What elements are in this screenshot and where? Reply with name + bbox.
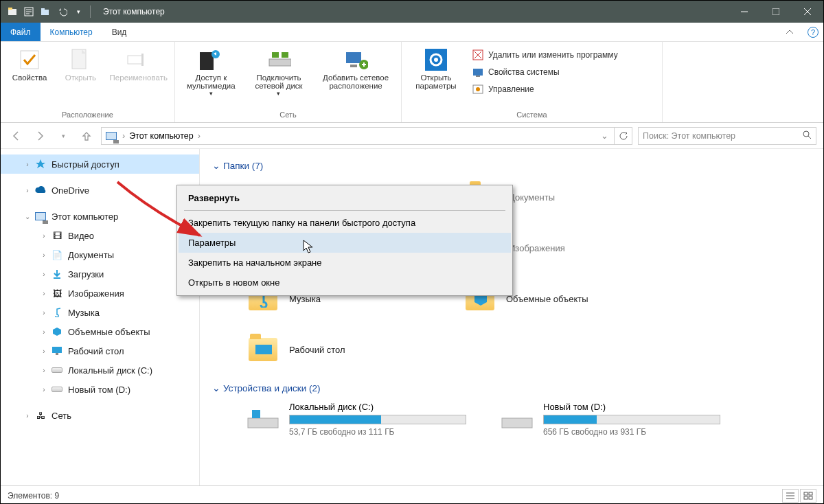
tree-disk-c[interactable]: ›Локальный диск (C:) <box>1 360 199 380</box>
back-button[interactable] <box>8 127 25 145</box>
tab-view[interactable]: Вид <box>102 23 137 41</box>
refresh-button[interactable] <box>615 127 632 145</box>
window-title: Этот компьютер <box>103 7 165 16</box>
svg-rect-34 <box>809 492 812 495</box>
tree-music[interactable]: ›Музыка <box>1 303 199 322</box>
tab-file[interactable]: Файл <box>1 23 41 41</box>
qat-dropdown-icon[interactable]: ▾ <box>71 4 86 19</box>
svg-rect-29 <box>255 345 272 354</box>
chevron-down-icon[interactable]: ⌄ <box>21 213 34 220</box>
drive-icon <box>247 402 279 429</box>
network-icon: 🖧 <box>34 409 47 422</box>
ctx-pin-quick-access[interactable]: Закрепить текущую папку на панели быстро… <box>179 213 511 233</box>
svg-rect-15 <box>346 52 361 63</box>
maximize-button[interactable] <box>760 1 792 23</box>
view-details-button[interactable] <box>782 489 799 503</box>
star-icon <box>34 157 47 171</box>
tree-documents[interactable]: ›📄Документы <box>1 245 199 264</box>
tree-quick-access[interactable]: › Быстрый доступ <box>1 154 199 174</box>
svg-rect-35 <box>804 496 808 499</box>
cursor-icon <box>303 240 314 253</box>
qat-new-folder-icon[interactable] <box>38 4 53 19</box>
tree-pictures[interactable]: ›🖼Изображения <box>1 284 199 303</box>
chevron-down-icon: ⌄ <box>212 160 220 171</box>
help-button[interactable]: ? <box>803 23 823 41</box>
navigation-tree: › Быстрый доступ › OneDrive ⌄ Этот компь… <box>1 149 200 485</box>
chevron-right-icon[interactable]: › <box>21 187 34 194</box>
svg-rect-13 <box>272 52 279 58</box>
breadcrumb-item[interactable]: Этот компьютер <box>126 131 196 141</box>
qat-undo-icon[interactable] <box>54 4 69 19</box>
ctx-open-new-window[interactable]: Открыть в новом окне <box>179 273 511 293</box>
chevron-right-icon[interactable]: › <box>196 131 202 141</box>
uninstall-icon <box>472 49 484 61</box>
properties-button[interactable]: Свойства <box>6 45 53 82</box>
group-label: Сеть <box>181 108 396 122</box>
address-dropdown-icon[interactable]: ⌄ <box>598 130 611 141</box>
chevron-right-icon[interactable]: › <box>21 161 34 168</box>
svg-rect-36 <box>809 496 812 499</box>
section-drives[interactable]: ⌄Устройства и диски (2) <box>212 382 811 393</box>
tree-video[interactable]: ›🎞Видео <box>1 226 199 245</box>
search-icon <box>802 130 812 141</box>
up-button[interactable] <box>78 127 95 145</box>
media-access-button[interactable]: Доступ к мультимедиа ▾ <box>181 45 242 97</box>
section-folders[interactable]: ⌄Папки (7) <box>212 160 811 171</box>
group-label: Система <box>407 108 656 122</box>
ctx-options[interactable]: Параметры <box>179 233 511 253</box>
film-icon: 🎞 <box>50 229 64 242</box>
close-button[interactable] <box>792 1 823 23</box>
breadcrumb[interactable]: › Этот компьютер › ⌄ <box>101 127 615 145</box>
menu-separator <box>184 210 505 211</box>
uninstall-program-button[interactable]: Удалить или изменить программу <box>469 47 621 62</box>
manage-icon <box>472 83 484 95</box>
drive-icon <box>501 402 534 429</box>
chevron-right-icon[interactable]: › <box>121 131 126 141</box>
qat-properties-icon[interactable] <box>21 4 36 19</box>
open-settings-button[interactable]: Открыть параметры <box>407 45 465 90</box>
cloud-icon <box>34 183 47 197</box>
svg-rect-27 <box>52 347 62 353</box>
ribbon-collapse-button[interactable] <box>777 23 803 41</box>
tab-computer[interactable]: Компьютер <box>41 23 102 41</box>
tree-downloads[interactable]: ›Загрузки <box>1 264 199 284</box>
tree-desktop[interactable]: ›Рабочий стол <box>1 341 199 360</box>
drive-icon <box>50 363 64 377</box>
view-icons-button[interactable] <box>800 489 816 503</box>
search-input[interactable]: Поиск: Этот компьютер <box>638 127 816 145</box>
context-menu: Развернуть Закрепить текущую папку на па… <box>176 185 513 296</box>
cube-icon <box>50 325 64 339</box>
open-button: Открыть <box>57 45 104 82</box>
svg-point-25 <box>476 87 480 91</box>
svg-rect-23 <box>476 76 480 77</box>
svg-rect-30 <box>248 418 278 428</box>
document-icon: 📄 <box>50 248 64 262</box>
system-properties-button[interactable]: Свойства системы <box>469 65 621 80</box>
svg-rect-10 <box>200 52 214 70</box>
manage-button[interactable]: Управление <box>469 82 621 97</box>
map-drive-button[interactable]: Подключить сетевой диск ▾ <box>246 45 312 97</box>
add-network-location-button[interactable]: Добавить сетевое расположение <box>316 45 396 90</box>
tree-disk-d[interactable]: ›Новый том (D:) <box>1 380 199 399</box>
usage-bar <box>543 415 720 424</box>
picture-icon: 🖼 <box>50 286 64 300</box>
forward-button[interactable] <box>31 127 49 145</box>
ctx-pin-start[interactable]: Закрепить на начальном экране <box>179 253 511 273</box>
chevron-down-icon: ⌄ <box>212 382 220 393</box>
svg-rect-32 <box>502 418 532 428</box>
minimize-button[interactable] <box>729 1 760 23</box>
ctx-expand[interactable]: Развернуть <box>179 188 511 208</box>
recent-dropdown[interactable]: ▾ <box>54 127 72 145</box>
search-placeholder: Поиск: Этот компьютер <box>643 131 735 141</box>
media-icon <box>198 47 223 72</box>
svg-rect-4 <box>41 8 45 10</box>
tree-3d-objects[interactable]: ›Объемные объекты <box>1 322 199 341</box>
tree-this-pc[interactable]: ⌄ Этот компьютер <box>1 207 199 226</box>
monitor-icon <box>104 129 118 143</box>
drive-d[interactable]: Новый том (D:) 656 ГБ свободно из 931 ГБ <box>501 402 720 437</box>
tree-network[interactable]: ›🖧Сеть <box>1 406 199 425</box>
network-drive-icon <box>266 47 291 72</box>
tree-onedrive[interactable]: › OneDrive <box>1 181 199 200</box>
folder-desktop[interactable]: Рабочий стол <box>247 330 439 369</box>
drive-c[interactable]: Локальный диск (C:) 53,7 ГБ свободно из … <box>247 402 466 437</box>
